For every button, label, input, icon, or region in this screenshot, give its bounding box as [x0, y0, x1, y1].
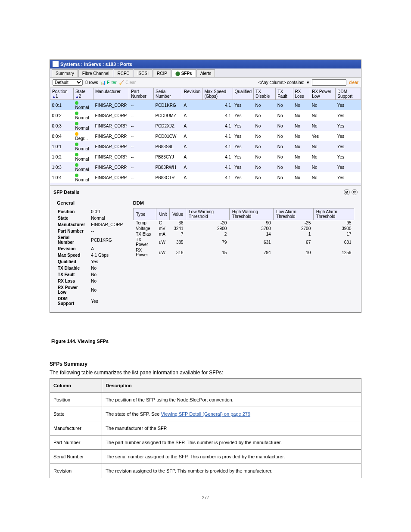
detail-value: PCD1KRG — [91, 235, 123, 245]
status-dot-icon — [75, 174, 78, 177]
table-row: RevisionThe revision assigned to the SFP… — [50, 464, 361, 478]
detail-label: Max Speed — [58, 252, 90, 258]
table-row[interactable]: 0:0:2NormalFINISAR_CORP.--PCD0UMZA4.1Yes… — [50, 110, 361, 121]
detail-label: TX Disable — [58, 265, 90, 271]
col-manufacturer[interactable]: Manufacturer — [93, 88, 129, 100]
table-row: ManufacturerThe manufacturer of the SFP. — [50, 421, 361, 436]
ddm-col[interactable]: High Warning Threshold — [229, 208, 273, 220]
collapse-icon[interactable]: ⊗ — [344, 189, 350, 195]
tab-iscsi[interactable]: iSCSI — [134, 69, 153, 77]
tab-sfps[interactable]: ⬤ SFPs — [171, 69, 196, 77]
ddm-title: DDM — [133, 200, 354, 205]
tab-rcfc[interactable]: RCFC — [114, 69, 134, 77]
detail-value: 0:0:1 — [91, 209, 123, 215]
status-dot-icon — [75, 143, 78, 146]
detail-value: FINISAR_CORP. — [91, 222, 123, 227]
detail-label: Revision — [58, 246, 90, 252]
tab-fibre-channel[interactable]: Fibre Channel — [78, 69, 113, 77]
chevron-down-icon[interactable]: ▾ — [307, 80, 309, 85]
sort-asc-icon: ▲ — [52, 95, 56, 99]
col-state[interactable]: State ▲2 — [73, 88, 93, 100]
ddm-col[interactable]: High Alarm Threshold — [313, 208, 354, 220]
table-row[interactable]: 1:0:1NormalFINISAR_CORP.--PB83S9LA4.1Yes… — [50, 141, 361, 152]
detail-value: No — [91, 272, 123, 277]
status-dot-icon — [75, 122, 78, 125]
ports-window: Systems : InServs : s183 : Ports Summary… — [50, 59, 361, 313]
table-row[interactable]: 1:0:4NormalFINISAR_CORP.--PB83CTRA4.1Yes… — [50, 172, 361, 183]
col-part-number[interactable]: Part Number — [129, 88, 154, 100]
detail-value: -- — [91, 228, 123, 234]
ddm-row: RX PoweruW31815794101259 — [133, 247, 354, 258]
detail-value: 4.1 Gbps — [91, 252, 123, 258]
details-title: SFP Details — [53, 190, 79, 195]
row-count: 8 rows — [85, 80, 98, 85]
table-row[interactable]: 1:0:3NormalFINISAR_CORP.--PB83RWHA4.1Yes… — [50, 162, 361, 172]
detail-label: TX Fault — [58, 272, 90, 277]
col-header-description: Description — [102, 379, 361, 393]
detail-value: No — [91, 278, 123, 284]
col-tx-fault[interactable]: TX Fault — [276, 88, 293, 100]
ddm-row: TempC36-2090-2595 — [133, 220, 354, 226]
col-max-speed[interactable]: Max Speed (Gbps) — [202, 88, 233, 100]
table-row: Serial NumberThe serial number assigned … — [50, 450, 361, 464]
toolbar: Default 8 rows 📊 Filter 🧹 Clear <Any col… — [50, 78, 361, 88]
detail-label: State — [58, 215, 90, 221]
ddm-col[interactable]: Value — [170, 208, 186, 220]
table-row[interactable]: 0:0:4Degr...FINISAR_CORP.--PCD01CWA4.1Ye… — [50, 131, 361, 141]
ddm-row: VoltagemV32412900370027003900 — [133, 226, 354, 231]
col-position[interactable]: Position ▲1 — [50, 88, 74, 100]
clear-right-link[interactable]: clear — [349, 80, 358, 85]
detail-label: RX Loss — [58, 278, 90, 284]
col-qualified[interactable]: Qualified — [233, 88, 253, 100]
col-rx-power-low[interactable]: RX Power Low — [310, 88, 336, 100]
status-dot-icon — [75, 112, 78, 115]
table-row: Part NumberThe part number assigned to t… — [50, 436, 361, 450]
tab-rcip[interactable]: RCIP — [153, 69, 171, 77]
sfp-summary-table: Column Description PositionThe position … — [50, 378, 361, 478]
detail-value: Yes — [91, 296, 123, 306]
col-revision[interactable]: Revision — [182, 88, 202, 100]
detail-value: Normal — [91, 215, 123, 221]
table-row: PositionThe position of the SFP using th… — [50, 393, 361, 407]
col-header-column: Column — [50, 379, 102, 393]
status-dot-icon — [75, 153, 78, 156]
window-title: Systems : InServs : s183 : Ports — [60, 62, 132, 67]
status-dot-icon — [75, 163, 78, 167]
detail-value: Yes — [91, 259, 123, 264]
sfp-details-panel: SFP Details ⊗ ⟳ General Position0:0:1Sta… — [50, 185, 361, 312]
refresh-icon[interactable]: ⟳ — [352, 189, 358, 195]
table-row[interactable]: 1:0:2NormalFINISAR_CORP.--PB83CYJA4.1Yes… — [50, 152, 361, 162]
cross-reference-link[interactable]: Viewing SFP Detail (General) on page 279 — [161, 411, 251, 417]
detail-value: No — [91, 265, 123, 271]
tab-summary[interactable]: Summary — [52, 69, 78, 77]
sfp-icon: ⬤ — [175, 71, 181, 76]
ddm-col[interactable]: Low Alarm Threshold — [274, 208, 314, 220]
general-title: General — [57, 200, 125, 205]
ddm-col[interactable]: Low Warning Threshold — [186, 208, 230, 220]
ddm-row: TX PoweruW3857963167631 — [133, 237, 354, 247]
clear-link[interactable]: 🧹 Clear — [119, 80, 136, 85]
app-icon — [53, 61, 59, 67]
col-serial[interactable]: Serial Number — [153, 88, 182, 100]
filter-input[interactable] — [312, 79, 346, 86]
view-select[interactable]: Default — [53, 79, 83, 86]
intro-text: The following table summarizes the list … — [50, 370, 361, 376]
ddm-col[interactable]: Unit — [156, 208, 170, 220]
status-dot-icon — [75, 132, 78, 136]
detail-value: A — [91, 246, 123, 252]
detail-label: Serial Number — [58, 235, 90, 245]
col-ddm-support[interactable]: DDM Support — [336, 88, 361, 100]
detail-label: Qualified — [58, 259, 90, 264]
table-row[interactable]: 0:0:1NormalFINISAR_CORP.--PCD1KRGA4.1Yes… — [50, 100, 361, 111]
filter-column-label: <Any column> contains: — [258, 80, 305, 85]
ddm-col[interactable]: Type — [133, 208, 156, 220]
col-tx-disable[interactable]: TX Disable — [254, 88, 276, 100]
general-section: General Position0:0:1StateNormalManufact… — [57, 200, 125, 307]
table-row: StateThe state of the SFP. See Viewing S… — [50, 407, 361, 421]
tab-alerts[interactable]: Alerts — [196, 69, 215, 77]
filter-link[interactable]: 📊 Filter — [100, 80, 116, 85]
sort-asc-icon: ▲ — [75, 95, 79, 99]
status-dot-icon — [75, 101, 78, 105]
table-row[interactable]: 0:0:3NormalFINISAR_CORP.--PCD2XJZA4.1Yes… — [50, 121, 361, 131]
col-rx-loss[interactable]: RX Loss — [293, 88, 310, 100]
